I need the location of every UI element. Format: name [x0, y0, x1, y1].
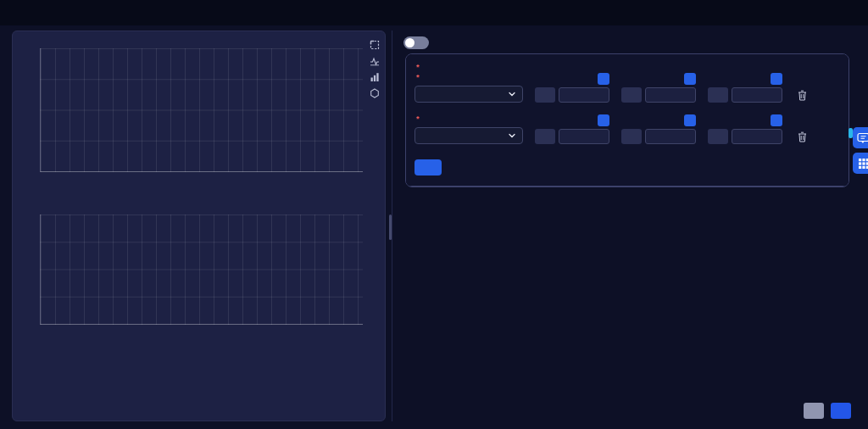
advanced-options-row: [403, 34, 851, 51]
grid-widget-button[interactable]: [853, 153, 868, 174]
values-select-2[interactable]: [415, 127, 523, 144]
values-select-1[interactable]: [415, 86, 523, 103]
operator-chip: [708, 129, 728, 144]
bar-chart-icon[interactable]: [370, 70, 380, 81]
legend-swatch-cyan: [208, 382, 220, 390]
critical-value-input-1[interactable]: [732, 87, 782, 103]
add-minor-threshold-button-2[interactable]: [598, 114, 609, 126]
chart-legend: [13, 382, 385, 390]
add-major-threshold-button-2[interactable]: [684, 114, 696, 126]
hexagon-icon[interactable]: [370, 86, 380, 97]
zoom-select-icon[interactable]: [370, 38, 380, 48]
panel-divider: [392, 31, 392, 421]
add-minor-threshold-button-1[interactable]: [598, 73, 609, 85]
add-critical-threshold-button-2[interactable]: [771, 114, 782, 126]
bars: [42, 48, 363, 171]
thresholds-editor: * *: [406, 54, 849, 187]
operator-chip: [621, 129, 642, 144]
x-axis-labels: [40, 325, 363, 364]
chart-toolbar: [370, 38, 380, 97]
modal-footer: [804, 403, 851, 419]
chevron-down-icon: [509, 92, 515, 97]
add-values-button[interactable]: [415, 159, 442, 176]
minor-value-input-2[interactable]: [559, 129, 609, 144]
chevron-down-icon: [509, 133, 515, 138]
line-chart-icon[interactable]: [370, 54, 380, 64]
legend-item-unique-server-ips[interactable]: [175, 382, 191, 390]
critical-value-input-2[interactable]: [732, 129, 782, 144]
add-critical-threshold-button-1[interactable]: [771, 73, 782, 85]
minor-value-input-1[interactable]: [559, 87, 609, 103]
threshold-row: *: [415, 114, 840, 144]
rule-form-panel: * *: [398, 31, 851, 421]
speech-bubble-icon: [857, 132, 868, 144]
add-major-threshold-button-1[interactable]: [684, 73, 696, 85]
operator-chip: [708, 87, 728, 103]
toggle-knob: [405, 38, 415, 47]
required-asterisk: *: [416, 63, 420, 71]
edge-widgets: [853, 127, 868, 174]
operator-chip: [535, 129, 555, 144]
plot-area: [40, 214, 363, 325]
rule-sections-accordion: * *: [405, 53, 849, 187]
save-button[interactable]: [831, 403, 851, 419]
charts-panel: [12, 31, 386, 421]
feedback-widget-button[interactable]: [853, 127, 868, 148]
plot-area: [40, 48, 363, 172]
edit-rule-modal: * *: [0, 0, 868, 429]
operator-chip: [535, 87, 555, 103]
major-value-input-2[interactable]: [645, 129, 696, 144]
legend-item-count-sessions[interactable]: [208, 382, 224, 390]
bars: [42, 214, 363, 324]
operator-chip: [621, 87, 642, 103]
modal-header: [0, 0, 868, 25]
scrollbar-thumb[interactable]: [389, 214, 392, 240]
delete-threshold-row-button-1[interactable]: [798, 90, 807, 101]
x-axis-labels: [40, 172, 363, 211]
values-label: *: [415, 114, 523, 123]
count-sessions-chart: [19, 214, 363, 364]
values-label: *: [415, 72, 523, 81]
delete-threshold-row-button-2[interactable]: [798, 131, 807, 142]
thresholds-title: *: [415, 62, 840, 71]
cancel-button[interactable]: [804, 403, 824, 419]
show-advanced-toggle[interactable]: [403, 36, 429, 49]
grid-icon: [858, 158, 868, 170]
unique-server-ips-chart: [19, 48, 363, 211]
threshold-row: *: [415, 72, 840, 103]
legend-swatch-blue: [175, 382, 186, 390]
major-value-input-1[interactable]: [645, 87, 696, 103]
